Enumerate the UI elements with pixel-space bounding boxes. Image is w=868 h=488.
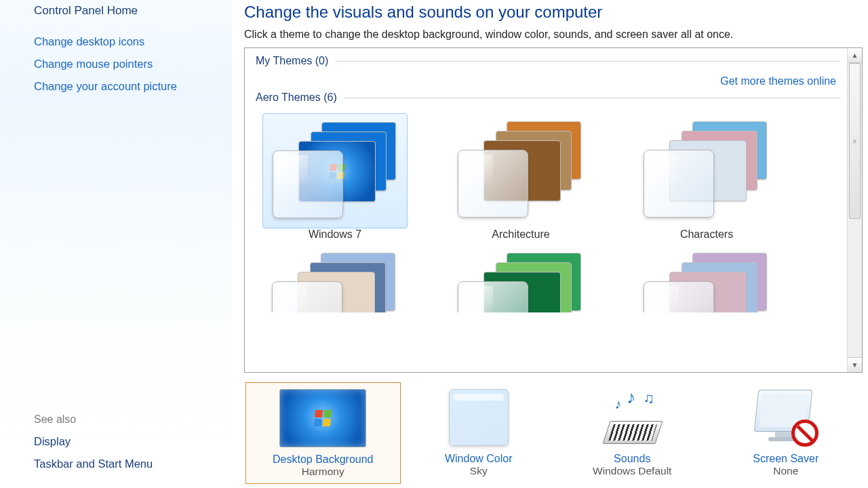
theme-label: Characters	[634, 228, 779, 241]
theme-item[interactable]	[634, 245, 779, 312]
screen-saver-icon	[743, 388, 829, 447]
section-aero-themes: Aero Themes (6)	[256, 92, 840, 104]
sidebar: Control Panel Home Change desktop icons …	[0, 0, 232, 488]
themes-frame: My Themes (0) Get more themes online Aer…	[244, 47, 863, 373]
setting-value: None	[709, 465, 863, 477]
theme-row: Windows 7ArchitectureCharacters	[262, 113, 840, 241]
scroll-thumb[interactable]	[849, 63, 861, 219]
theme-label: Architecture	[448, 228, 593, 241]
setting-value: Harmony	[246, 466, 400, 478]
setting-sounds[interactable]: ♪♫♪ Sounds Windows Default	[555, 381, 709, 477]
get-more-themes-link[interactable]: Get more themes online	[720, 75, 836, 87]
theme-item[interactable]: Characters	[634, 113, 779, 241]
sidebar-link-desktop-icons[interactable]: Change desktop icons	[34, 35, 216, 48]
setting-window-color[interactable]: Window Color Sky	[402, 381, 556, 477]
page-title: Change the visuals and sounds on your co…	[244, 3, 863, 22]
scroll-up-button[interactable]: ▲	[848, 48, 862, 63]
desktop-background-icon	[279, 388, 366, 448]
setting-label: Sounds	[555, 453, 709, 465]
theme-item[interactable]	[262, 245, 408, 312]
sidebar-link-account-picture[interactable]: Change your account picture	[34, 80, 216, 93]
see-also-display[interactable]: Display	[34, 435, 216, 448]
section-my-themes: My Themes (0)	[256, 55, 840, 67]
window-color-icon	[435, 388, 522, 447]
setting-screen-saver[interactable]: Screen Saver None	[709, 381, 863, 477]
scrollbar[interactable]: ▲ ▼	[847, 48, 862, 372]
main-content: Change the visuals and sounds on your co…	[232, 0, 868, 488]
setting-desktop-background[interactable]: Desktop Background Harmony	[245, 382, 401, 484]
control-panel-home[interactable]: Control Panel Home	[34, 4, 216, 18]
section-aero-themes-label: Aero Themes (6)	[256, 92, 337, 104]
setting-value: Sky	[402, 465, 556, 477]
section-my-themes-label: My Themes (0)	[256, 55, 328, 67]
themes-scroll-area: My Themes (0) Get more themes online Aer…	[245, 48, 847, 372]
setting-label: Desktop Background	[246, 453, 400, 466]
theme-item[interactable]: Windows 7	[262, 113, 408, 241]
theme-row	[262, 245, 840, 312]
page-subtitle: Click a theme to change the desktop back…	[244, 28, 863, 41]
theme-item[interactable]	[448, 245, 593, 312]
sidebar-link-mouse-pointers[interactable]: Change mouse pointers	[34, 58, 216, 70]
sounds-icon: ♪♫♪	[589, 388, 675, 447]
see-also-taskbar[interactable]: Taskbar and Start Menu	[34, 458, 216, 470]
setting-label: Screen Saver	[709, 453, 863, 465]
setting-label: Window Color	[402, 453, 556, 465]
theme-item[interactable]: Architecture	[448, 113, 593, 241]
personalization-panel: Control Panel Home Change desktop icons …	[0, 0, 868, 488]
setting-value: Windows Default	[555, 465, 709, 477]
settings-strip: Desktop Background Harmony Window Color …	[244, 381, 863, 488]
scroll-down-button[interactable]: ▼	[848, 357, 862, 372]
see-also-heading: See also	[34, 413, 216, 426]
theme-label: Windows 7	[262, 228, 408, 241]
